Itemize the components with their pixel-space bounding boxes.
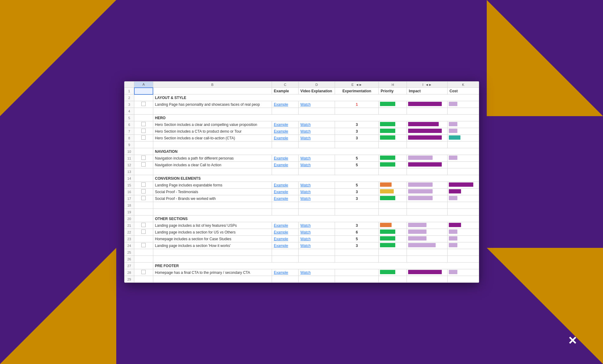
row-11-watch[interactable]: Watch	[298, 155, 335, 162]
row-9-empty-1	[272, 142, 298, 148]
row-3-watch[interactable]: Watch	[298, 101, 335, 108]
example-link-22[interactable]: Example	[274, 230, 288, 234]
col-header-i[interactable]: I ◄►	[407, 82, 448, 88]
row-num-20: 20	[124, 215, 134, 222]
checkbox-6[interactable]	[141, 122, 146, 126]
watch-link-12[interactable]: Watch	[300, 163, 311, 167]
row-18-empty-5	[407, 202, 448, 209]
row-23-exp: 5	[335, 236, 379, 242]
watch-link-17[interactable]: Watch	[300, 197, 311, 201]
col-header-k[interactable]: K	[448, 82, 479, 88]
watch-link-11[interactable]: Watch	[300, 156, 311, 160]
example-link-12[interactable]: Example	[274, 163, 288, 167]
watch-link-16[interactable]: Watch	[300, 190, 311, 194]
row-num-14: 14	[124, 175, 134, 182]
row-21-priority	[379, 222, 407, 229]
row-23-watch[interactable]: Watch	[298, 236, 335, 242]
col-header-c[interactable]: C	[272, 82, 298, 88]
row-8-watch[interactable]: Watch	[298, 135, 335, 142]
row-7-watch[interactable]: Watch	[298, 128, 335, 135]
watch-link-7[interactable]: Watch	[300, 129, 311, 134]
row-24-watch[interactable]: Watch	[298, 242, 335, 249]
row-15-watch[interactable]: Watch	[298, 182, 335, 189]
row-28: 28Homepage has a final CTA to the primar…	[124, 269, 479, 276]
example-link-8[interactable]: Example	[274, 136, 288, 140]
row-21-example[interactable]: Example	[272, 222, 298, 229]
row-17-watch[interactable]: Watch	[298, 195, 335, 202]
checkbox-15[interactable]	[141, 182, 146, 187]
row-16-watch[interactable]: Watch	[298, 189, 335, 195]
row-12-watch[interactable]: Watch	[298, 162, 335, 168]
checkbox-16[interactable]	[141, 189, 146, 193]
row-26-empty-5	[407, 256, 448, 263]
checkbox-11[interactable]	[141, 156, 146, 160]
example-link-17[interactable]: Example	[274, 197, 288, 201]
row-28-impact	[407, 269, 448, 276]
watch-link-15[interactable]: Watch	[300, 183, 311, 187]
row-6-example[interactable]: Example	[272, 121, 298, 128]
col-header-d[interactable]: D	[298, 82, 335, 88]
col-header-b[interactable]: B	[153, 82, 272, 88]
row-17-exp: 3	[335, 195, 379, 202]
row-22-watch[interactable]: Watch	[298, 229, 335, 236]
example-link-11[interactable]: Example	[274, 156, 288, 160]
row-26-empty-6	[448, 256, 479, 263]
row-21-cost	[448, 222, 479, 229]
checkbox-3[interactable]	[141, 102, 146, 106]
row-num-24: 24	[124, 242, 134, 249]
row-13-empty-2	[298, 168, 335, 175]
row-25-empty-0	[153, 249, 272, 256]
example-link-16[interactable]: Example	[274, 190, 288, 194]
example-link-23[interactable]: Example	[274, 237, 288, 241]
row-3-example[interactable]: Example	[272, 101, 298, 108]
row-7-example[interactable]: Example	[272, 128, 298, 135]
row-22-example[interactable]: Example	[272, 229, 298, 236]
example-link-3[interactable]: Example	[274, 102, 288, 107]
row-21-watch[interactable]: Watch	[298, 222, 335, 229]
watch-link-23[interactable]: Watch	[300, 237, 311, 241]
row-24-checkbox-cell	[134, 242, 153, 249]
row-1-a[interactable]	[134, 88, 153, 94]
checkbox-8[interactable]	[141, 135, 146, 140]
row-11-example[interactable]: Example	[272, 155, 298, 162]
col-header-e[interactable]: E ◄►	[335, 82, 379, 88]
row-28-description: Homepage has a final CTA to the primary …	[153, 269, 272, 276]
example-link-24[interactable]: Example	[274, 244, 288, 248]
watch-link-21[interactable]: Watch	[300, 223, 311, 228]
checkbox-24[interactable]	[141, 243, 146, 247]
watch-link-8[interactable]: Watch	[300, 136, 311, 140]
row-6-watch[interactable]: Watch	[298, 121, 335, 128]
row-8-example[interactable]: Example	[272, 135, 298, 142]
watch-link-3[interactable]: Watch	[300, 102, 311, 107]
watch-link-6[interactable]: Watch	[300, 123, 311, 127]
row-16-example[interactable]: Example	[272, 189, 298, 195]
checkbox-7[interactable]	[141, 129, 146, 133]
checkbox-22[interactable]	[141, 230, 146, 234]
watch-link-24[interactable]: Watch	[300, 244, 311, 248]
col-header-h[interactable]: H	[379, 82, 407, 88]
col-header-a[interactable]: A	[134, 82, 153, 88]
row-12-priority	[379, 162, 407, 168]
row-num-28: 28	[124, 269, 134, 276]
example-link-21[interactable]: Example	[274, 223, 288, 228]
row-23-example[interactable]: Example	[272, 236, 298, 242]
row-15: 15Landing Page includes expandable forms…	[124, 182, 479, 189]
example-link-7[interactable]: Example	[274, 129, 288, 134]
example-link-15[interactable]: Example	[274, 183, 288, 187]
checkbox-21[interactable]	[141, 223, 146, 227]
row-28-example[interactable]: Example	[272, 269, 298, 276]
row-17-example[interactable]: Example	[272, 195, 298, 202]
row-12-example[interactable]: Example	[272, 162, 298, 168]
watch-link-22[interactable]: Watch	[300, 230, 311, 234]
row-15-example[interactable]: Example	[272, 182, 298, 189]
checkbox-28[interactable]	[141, 270, 146, 274]
example-link-28[interactable]: Example	[274, 270, 288, 275]
example-link-6[interactable]: Example	[274, 123, 288, 127]
row-28-watch[interactable]: Watch	[298, 269, 335, 276]
row-num-29: 29	[124, 276, 134, 283]
row-4-empty-1	[272, 108, 298, 115]
checkbox-17[interactable]	[141, 196, 146, 200]
watch-link-28[interactable]: Watch	[300, 270, 311, 275]
checkbox-12[interactable]	[141, 162, 146, 167]
row-24-example[interactable]: Example	[272, 242, 298, 249]
